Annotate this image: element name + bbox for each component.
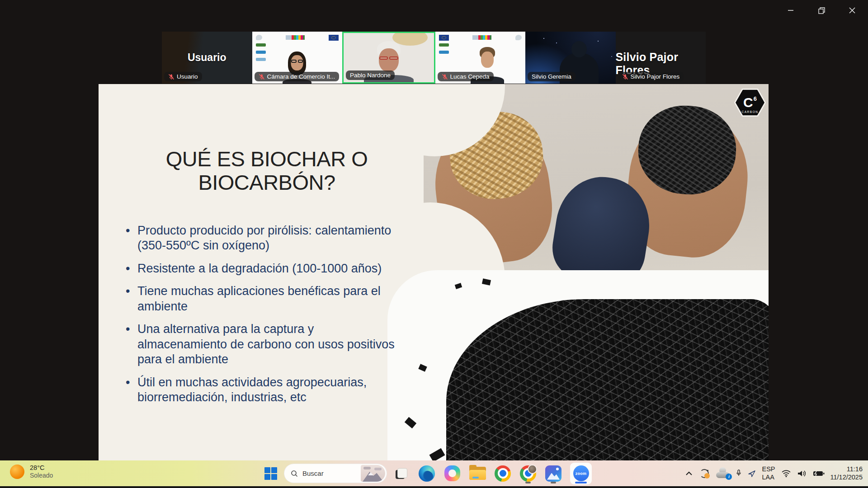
charcoal-chunk [482,278,491,285]
chrome-icon [495,465,511,482]
slide-title: QUÉ ES BIOCHAR O BIOCARBÓN? [122,147,411,194]
edge-icon [419,465,435,482]
weather-widget[interactable]: 28°C Soleado [10,464,53,480]
participant-name: Cámara de Comercio It... [267,73,335,80]
slide-bullet-list: Producto producido por pirólisis: calent… [122,223,401,413]
participant-tile-camara-comercio[interactable]: Cámara de Comercio It... [252,32,343,84]
participant-name-pill: Pablo Nardone [346,70,395,80]
zoom-icon: zoom [573,465,589,481]
edge-button[interactable] [418,463,436,484]
minimize-button[interactable] [781,3,800,18]
start-button[interactable] [264,467,277,480]
mic-muted-icon [442,74,448,80]
participant-tile-silvio-pajor-flores[interactable]: Silvio Pajor Flores Silvio Pajor Flores [616,32,706,84]
slide-bullet: Una alternativa para la captura y almace… [122,322,401,367]
restore-button[interactable] [812,3,831,18]
location-in-use-icon[interactable] [748,469,756,478]
partner-logo-icon [439,43,449,47]
partner-logo-icon [256,35,262,40]
running-app-indicator [525,482,531,483]
copilot-button[interactable] [443,463,461,484]
slide-bullet: Producto producido por pirólisis: calent… [122,223,401,253]
restore-icon [818,7,826,14]
chrome-profile-button[interactable] [519,463,537,484]
partner-logos [439,34,522,41]
speaker-icon[interactable] [797,469,807,478]
taskbar-app-icons: zoom [392,460,592,486]
eu-flag-icon [439,35,449,41]
battery-charging-icon[interactable] [813,470,825,477]
zoom-meeting-window: Usuario Usuario [0,0,868,488]
zoom-active-tile: zoom [570,463,592,484]
c6-caption: CARBON [734,110,766,113]
participant-name: Silvio Geremia [532,73,571,80]
participant-name-pill: Lucas Cepeda [438,72,494,81]
partner-side-logos [256,43,266,61]
mountain-decor [363,471,383,482]
participant-name-pill: Cámara de Comercio It... [255,72,340,81]
participant-name-pill: Usuario [164,72,202,81]
charcoal-chunk [418,364,427,371]
shared-slide: QUÉ ES BIOCHAR O BIOCARBÓN? Producto pro… [99,84,769,488]
sdg-logo-icon [286,35,305,40]
language-code: ESP [762,465,775,473]
search-placeholder: Buscar [302,469,356,477]
profile-avatar [528,465,537,474]
search-box[interactable]: Buscar [284,464,387,483]
sunny-weather-icon [10,465,24,479]
chrome-button[interactable] [494,463,512,484]
cloud-decor [363,467,371,469]
participant-tile-silvio-geremia[interactable]: Silvio Geremia [525,32,616,84]
participant-name-pill: Silvio Geremia [528,72,576,81]
photos-icon [545,465,561,482]
c6-superscript: 6 [754,95,757,102]
sdg-logo-icon [472,35,491,40]
participant-video [291,55,303,70]
windows-logo-icon [271,474,277,480]
partner-logo-icon [515,35,522,40]
partner-logos [256,34,339,41]
cloud-info-badge: i [726,474,732,480]
clock-widget[interactable]: 11:16 11/12/2025 [830,465,863,481]
participant-video [481,52,494,68]
tray-date: 11/12/2025 [830,474,863,481]
screen-bottom-edge [0,486,868,488]
onedrive-cloud-icon[interactable]: i [716,469,730,478]
copilot-icon [444,465,460,481]
photos-button[interactable] [544,463,562,484]
wifi-icon[interactable] [781,469,791,478]
participant-video [379,48,399,72]
participant-strip: Usuario Usuario [162,32,706,84]
charcoal-chunk [405,417,416,429]
weather-temperature: 28°C [30,464,53,472]
tray-chevron-up-icon[interactable] [685,471,693,476]
mic-muted-icon [168,74,175,80]
microphone-tray-icon[interactable] [736,469,742,478]
windows-logo-icon [264,467,270,473]
language-indicator[interactable]: ESP LAA [762,465,775,481]
partner-logo-icon [256,43,266,47]
windows-taskbar: 28°C Soleado Buscar [0,460,868,486]
participant-tile-usuario[interactable]: Usuario Usuario [162,32,252,84]
charcoal-granules-photo [387,270,769,488]
participant-tile-pablo-nardone-speaking[interactable]: Pablo Nardone [342,32,435,84]
charcoal-chunk [429,448,445,462]
search-highlight-image [361,465,385,482]
slide-bullet: Tiene muchas aplicaciones benéficas para… [122,284,401,314]
participant-tile-lucas-cepeda[interactable]: Lucas Cepeda [435,32,526,84]
sync-status-icon[interactable] [698,468,710,479]
task-view-icon [397,468,407,478]
zoom-icon-label: zoom [576,471,587,476]
stars-decor [543,38,544,39]
charcoal-mass [446,299,769,488]
participant-name: Lucas Cepeda [450,73,490,80]
chrome-icon [520,465,536,482]
partner-side-logos [439,43,449,54]
zoom-app-button[interactable]: zoom [570,463,592,484]
task-view-button[interactable] [392,463,410,484]
close-button[interactable] [843,3,862,18]
hands-with-pellets-and-biochar-photo [424,84,769,270]
minimize-icon [787,7,794,14]
file-explorer-button[interactable] [468,463,486,484]
mic-muted-icon [259,74,265,80]
